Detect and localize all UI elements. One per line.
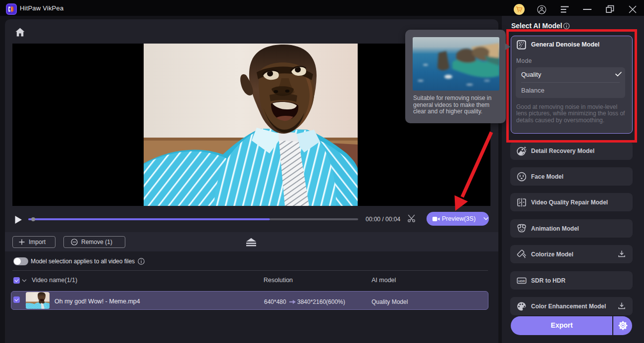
svg-text:HDR: HDR — [518, 279, 525, 282]
